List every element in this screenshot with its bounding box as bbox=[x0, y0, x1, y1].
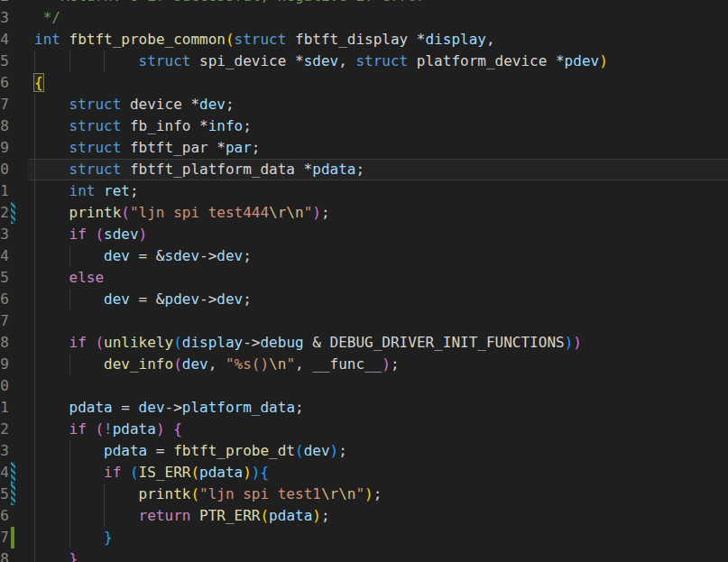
line-number[interactable]: 7 bbox=[0, 527, 9, 548]
code-line[interactable]: 5 struct spi_device *sdev, struct platfo… bbox=[0, 51, 728, 72]
code-text: int ret; bbox=[34, 180, 139, 202]
code-editor[interactable]: 2 * Return: 0 if successful, negative if… bbox=[0, 0, 728, 562]
code-line[interactable]: 6 return PTR_ERR(pdata); bbox=[0, 505, 728, 527]
line-number[interactable]: 6 bbox=[0, 505, 9, 527]
code-token: ret bbox=[104, 182, 130, 199]
line-number[interactable]: 3 bbox=[0, 7, 9, 29]
code-line[interactable]: 6 dev = &pdev->dev; bbox=[0, 289, 728, 310]
code-text: struct fbtft_par *par; bbox=[34, 137, 260, 159]
line-number[interactable]: 5 bbox=[0, 51, 9, 72]
line-number[interactable]: 9 bbox=[0, 137, 9, 159]
code-line[interactable]: 5 else bbox=[0, 267, 728, 289]
code-token: sdev bbox=[304, 52, 339, 69]
code-line[interactable]: 7 bbox=[0, 310, 728, 332]
gutter-modified-indicator[interactable] bbox=[11, 202, 15, 224]
code-token: = & bbox=[130, 247, 165, 264]
code-token: if bbox=[69, 226, 87, 243]
code-line[interactable]: 5 printk("ljn spi test1\r\n"); bbox=[0, 484, 728, 505]
line-number[interactable]: 4 bbox=[0, 245, 9, 267]
code-token bbox=[34, 182, 69, 199]
code-line[interactable]: 4 if (IS_ERR(pdata)){ bbox=[0, 462, 728, 484]
line-number[interactable]: 5 bbox=[0, 484, 9, 505]
code-token: sdev bbox=[165, 247, 200, 264]
code-line[interactable]: 3 pdata = fbtft_probe_dt(dev); bbox=[0, 440, 728, 462]
line-number[interactable]: 3 bbox=[0, 224, 9, 245]
code-token bbox=[87, 334, 96, 351]
code-token: & DEBUG_DRIVER_INIT_FUNCTIONS bbox=[304, 334, 565, 351]
line-number[interactable]: 1 bbox=[0, 397, 9, 419]
line-number[interactable]: 2 bbox=[0, 0, 9, 7]
code-line[interactable]: 7 } bbox=[0, 527, 728, 548]
line-number[interactable]: 0 bbox=[0, 375, 9, 397]
code-token: ) bbox=[156, 420, 165, 438]
line-number[interactable]: 8 bbox=[0, 332, 9, 354]
code-token: pdata bbox=[69, 399, 113, 416]
code-line[interactable]: 0 bbox=[0, 375, 728, 397]
code-token: ( bbox=[295, 442, 304, 459]
gutter-modified-indicator[interactable] bbox=[11, 462, 15, 484]
code-line[interactable]: 4int fbtft_probe_common(struct fbtft_dis… bbox=[0, 29, 728, 51]
code-token: ( bbox=[173, 355, 182, 373]
code-token bbox=[34, 290, 104, 308]
line-number[interactable]: 1 bbox=[0, 180, 9, 202]
code-line[interactable]: 6{ bbox=[0, 72, 728, 94]
line-number[interactable]: 6 bbox=[0, 72, 9, 94]
code-text: struct spi_device *sdev, struct platform… bbox=[34, 51, 608, 72]
code-line[interactable]: 7 struct device *dev; bbox=[0, 94, 728, 115]
code-line[interactable]: 2 * Return: 0 if successful, negative if… bbox=[0, 0, 728, 7]
line-number[interactable]: 7 bbox=[0, 94, 9, 115]
line-number[interactable]: 2 bbox=[0, 202, 9, 224]
code-line[interactable]: 0 struct fbtft_platform_data *pdata; bbox=[0, 159, 728, 180]
line-number[interactable]: 8 bbox=[0, 115, 9, 137]
gutter-added-indicator[interactable] bbox=[11, 527, 14, 548]
code-line[interactable]: 9 dev_info(dev, "%s()\n", __func__); bbox=[0, 354, 728, 375]
code-token: ( bbox=[95, 334, 104, 351]
line-number[interactable]: 0 bbox=[0, 159, 9, 180]
line-number[interactable]: 7 bbox=[0, 310, 9, 332]
code-text: printk("ljn spi test1\r\n"); bbox=[34, 484, 382, 505]
gutter-modified-indicator[interactable] bbox=[11, 484, 15, 505]
line-number[interactable]: 6 bbox=[0, 289, 9, 310]
line-number[interactable]: 2 bbox=[0, 419, 9, 440]
code-line[interactable]: 1 pdata = dev->platform_data; bbox=[0, 397, 728, 419]
code-token: struct bbox=[355, 52, 408, 69]
line-number[interactable]: 3 bbox=[0, 440, 9, 462]
code-token: " bbox=[286, 355, 295, 373]
code-text: */ bbox=[34, 7, 60, 29]
code-line[interactable]: 4 dev = &sdev->dev; bbox=[0, 245, 728, 267]
code-line[interactable]: 8 if (unlikely(display->debug & DEBUG_DR… bbox=[0, 332, 728, 354]
code-line[interactable]: 8 struct fb_info *info; bbox=[0, 115, 728, 137]
code-token: display bbox=[426, 31, 486, 48]
code-line[interactable]: 2 if (!pdata) { bbox=[0, 419, 728, 440]
code-token: -> bbox=[199, 247, 217, 264]
code-line[interactable]: 3 if (sdev) bbox=[0, 224, 728, 245]
code-token: debug bbox=[260, 334, 303, 351]
line-number[interactable]: 4 bbox=[0, 462, 9, 484]
code-token: { bbox=[261, 464, 270, 481]
code-line[interactable]: 2 printk("ljn spi test444\r\n"); bbox=[0, 202, 728, 224]
code-token: dev bbox=[182, 355, 208, 373]
code-token: int bbox=[34, 31, 60, 48]
code-token: " bbox=[304, 204, 313, 221]
code-token: "ljn spi test444 bbox=[130, 204, 269, 221]
code-line[interactable]: 1 int ret; bbox=[0, 180, 728, 202]
code-text: if (sdev) bbox=[34, 224, 147, 245]
code-token: ) bbox=[573, 334, 582, 351]
line-number[interactable]: 9 bbox=[0, 354, 9, 375]
code-line[interactable]: 3 */ bbox=[0, 7, 728, 29]
code-token: \r\n bbox=[321, 485, 356, 502]
code-text: pdata = fbtft_probe_dt(dev); bbox=[34, 440, 347, 462]
code-token bbox=[34, 464, 104, 481]
code-line[interactable]: 9 struct fbtft_par *par; bbox=[0, 137, 728, 159]
line-number[interactable]: 5 bbox=[0, 267, 9, 289]
code-token: pdata bbox=[113, 420, 156, 438]
code-token: ( bbox=[121, 204, 130, 221]
code-token: " bbox=[355, 485, 364, 502]
code-token: pdata bbox=[199, 464, 243, 481]
code-token: dev bbox=[139, 399, 165, 416]
line-number[interactable]: 8 bbox=[0, 548, 9, 562]
code-token bbox=[34, 161, 69, 178]
line-number[interactable]: 4 bbox=[0, 29, 9, 51]
code-token: ; bbox=[130, 182, 139, 199]
code-line[interactable]: 8 } bbox=[0, 548, 728, 562]
